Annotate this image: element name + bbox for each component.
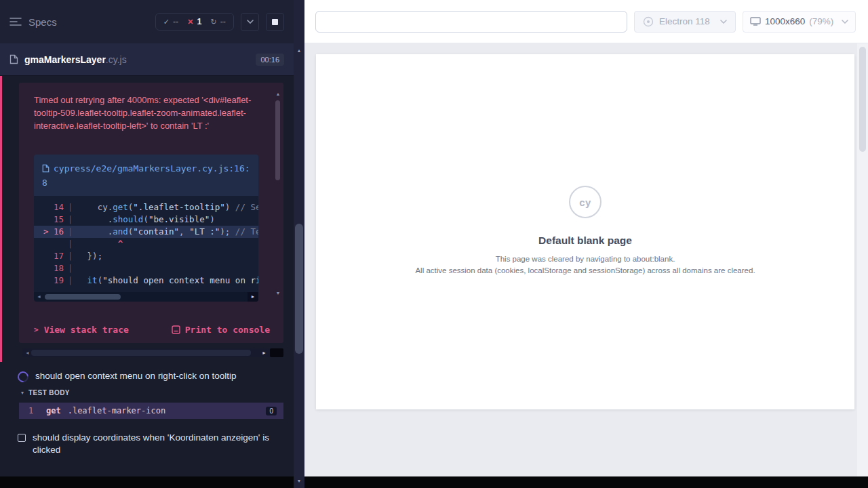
test-state-icon [18, 434, 26, 442]
passed-count: -- [173, 17, 178, 26]
scroll-left-icon[interactable]: ◄ [25, 348, 30, 357]
blank-page-title: Default blank page [538, 235, 632, 247]
file-icon [42, 163, 50, 176]
fail-icon: ✕ [187, 18, 193, 26]
scrollbar-corner [270, 348, 283, 357]
spec-header: gmaMarkersLayer.cy.js 00:16 [0, 43, 294, 76]
code-line: | ^ [34, 238, 258, 250]
scroll-left-icon[interactable]: ◄ [37, 292, 41, 302]
code-frame-file-path: cypress/e2e/gmaMarkersLayer.cy.js:16:8 [42, 163, 250, 188]
aut-iframe: cy Default blank page This page was clea… [316, 54, 854, 409]
viewport-scale: (79%) [809, 16, 833, 26]
code-line: 14| cy.get(".leaflet-tooltip") // Sele [34, 201, 258, 214]
main-vscrollbar[interactable] [857, 43, 868, 476]
console-icon [172, 325, 180, 334]
view-stack-trace-label: View stack trace [44, 325, 129, 335]
code-frame: cypress/e2e/gmaMarkersLayer.cy.js:16:8 1… [34, 155, 258, 302]
test-title: should open context menu on right-click … [35, 370, 236, 382]
error-message: Timed out retrying after 4000ms: expecte… [34, 94, 259, 132]
chevron-down-icon [842, 20, 848, 24]
viewport-info[interactable]: 1000x660 (79%) [743, 11, 856, 33]
test-body-label: TEST BODY [28, 389, 70, 396]
scroll-up-icon[interactable]: ▲ [276, 89, 281, 99]
scroll-down-icon[interactable]: ▼ [297, 476, 302, 486]
chevron-right-icon: > [34, 325, 39, 334]
electron-icon [643, 16, 654, 27]
error-actions: > View stack trace Print to console [34, 325, 270, 335]
stop-icon [272, 19, 278, 25]
spec-title: gmaMarkersLayer.cy.js [24, 54, 127, 65]
caret-down-icon: ▾ [21, 390, 24, 396]
stat-passed: ✓ -- [163, 17, 179, 26]
command-method: get [46, 406, 61, 415]
browser-selector[interactable]: Electron 118 [634, 11, 736, 33]
cypress-logo: cy [569, 186, 601, 218]
bottom-scrollbar[interactable] [0, 476, 868, 488]
stat-failed: ✕ 1 [187, 17, 201, 26]
scroll-right-icon[interactable]: ► [248, 292, 258, 302]
reporter-vscroll-thumb[interactable] [295, 224, 303, 354]
blank-page-subtitle-1: This page was cleared by navigating to a… [496, 255, 675, 263]
url-input[interactable] [315, 11, 627, 33]
aut-header: Electron 118 1000x660 (79%) [304, 0, 868, 43]
codeframe-hscroll-thumb[interactable] [45, 294, 121, 300]
command-badge: 0 [266, 407, 277, 415]
code-line: 17| }); [34, 250, 258, 262]
code-line: 15| .should("be.visible") [34, 214, 258, 226]
chevron-down-icon [720, 20, 727, 24]
command-number: 1 [28, 406, 46, 415]
test-title: should display coordinates when 'Koordin… [33, 432, 281, 456]
main-vscroll-thumb[interactable] [859, 47, 866, 152]
chevron-down-icon [247, 20, 254, 24]
spec-name: gmaMarkersLayer [24, 54, 106, 65]
code-line: > 16| .and("contain", "LT :"); // Test [34, 226, 258, 238]
error-vscrollbar[interactable]: ▲ ▼ [274, 89, 282, 298]
test-stats: ✓ -- ✕ 1 ↻ -- [155, 13, 234, 30]
stat-pending: ↻ -- [210, 17, 226, 26]
codeframe-lines: 14| cy.get(".leaflet-tooltip") // Sele15… [34, 196, 258, 292]
print-to-console-button[interactable]: Print to console [172, 325, 270, 335]
error-vscroll-thumb[interactable] [275, 100, 280, 180]
test-item-pending[interactable]: should display coordinates when 'Koordin… [18, 432, 281, 456]
viewport-icon [750, 17, 761, 26]
command-log-row[interactable]: 1 get .leaflet-marker-icon 0 [19, 403, 283, 419]
blank-page-subtitle-2: All active session data (cookies, localS… [415, 266, 755, 274]
browser-label: Electron 118 [659, 16, 710, 26]
test-item-running[interactable]: should open context menu on right-click … [18, 370, 283, 382]
error-panel: Timed out retrying after 4000ms: expecte… [19, 83, 283, 343]
reporter-panel: Specs ✓ -- ✕ 1 ↻ -- [0, 0, 294, 476]
viewport-size: 1000x660 [765, 16, 805, 26]
print-to-console-label: Print to console [185, 325, 270, 335]
cypress-runner-window: Specs ✓ -- ✕ 1 ↻ -- [0, 0, 868, 488]
code-line: 19| it("should open context menu on righ [34, 274, 258, 287]
spec-timer: 00:16 [256, 54, 284, 66]
blank-page: cy Default blank page This page was clea… [316, 54, 854, 409]
reporter-header: Specs ✓ -- ✕ 1 ↻ -- [0, 0, 294, 43]
codeframe-hscrollbar[interactable]: ◄ ► [34, 292, 258, 302]
reporter-hscroll-thumb[interactable] [31, 350, 251, 356]
scroll-up-icon[interactable]: ▲ [297, 46, 302, 56]
code-line: 18| [34, 262, 258, 274]
spinner-icon [16, 369, 31, 385]
pending-icon: ↻ [210, 18, 216, 26]
reporter-hscrollbar[interactable]: ◄ ► [22, 348, 283, 357]
aut-stage: cy Default blank page This page was clea… [304, 43, 857, 476]
cypress-logo-text: cy [579, 197, 591, 208]
stop-button[interactable] [266, 13, 284, 31]
collapse-button[interactable] [241, 13, 259, 31]
scroll-down-icon[interactable]: ▼ [276, 289, 281, 298]
specs-label[interactable]: Specs [28, 16, 57, 28]
specs-menu-icon[interactable] [9, 17, 22, 26]
reporter-vscrollbar[interactable]: ▲ ▼ [294, 0, 304, 488]
check-icon: ✓ [163, 18, 170, 26]
scroll-right-icon[interactable]: ► [262, 348, 267, 357]
spec-file-icon [9, 54, 18, 64]
main-area: Electron 118 1000x660 (79%) cy Default b… [304, 0, 868, 476]
failed-count: 1 [197, 17, 202, 26]
failed-test-indicator [0, 76, 2, 362]
code-frame-file-link[interactable]: cypress/e2e/gmaMarkersLayer.cy.js:16:8 [34, 155, 258, 196]
test-body-section[interactable]: ▾ TEST BODY [21, 389, 70, 396]
pending-count: -- [220, 17, 226, 26]
view-stack-trace-button[interactable]: > View stack trace [34, 325, 129, 335]
spec-extension: .cy.js [106, 54, 127, 65]
